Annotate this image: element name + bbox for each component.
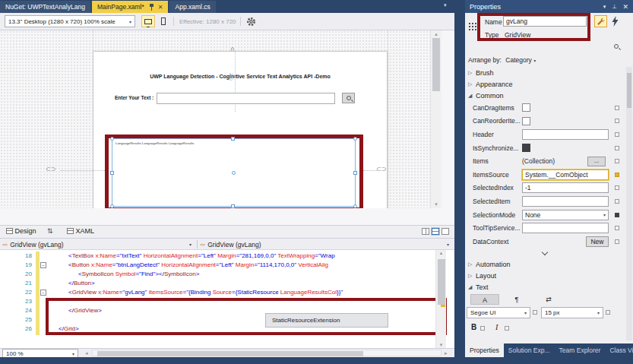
scrollbar-thumb[interactable] xyxy=(97,351,363,356)
collection-editor-button[interactable]: ... xyxy=(587,157,606,166)
doc-tab-nuget-uwptextanalylang[interactable]: NuGet: UWPTextAnalyLang xyxy=(0,1,90,13)
itemssource-input[interactable]: System.__ComObject xyxy=(522,169,609,180)
vertical-split-icon[interactable] xyxy=(422,228,429,235)
selectionmode-select[interactable]: None▾ xyxy=(522,210,609,220)
property-marker[interactable] xyxy=(615,159,619,163)
selectedindex-input[interactable]: -1 xyxy=(522,182,609,193)
phone-preview-button[interactable] xyxy=(158,15,169,27)
code-line-18[interactable]: 18<TextBox x:Name="txtText" HorizontalAl… xyxy=(0,252,433,261)
property-marker[interactable] xyxy=(615,199,619,204)
resize-handle[interactable] xyxy=(353,171,357,175)
code-line-19[interactable]: 19−<Button x:Name="btnLangDetect" Horizo… xyxy=(0,261,433,270)
resize-handle[interactable] xyxy=(353,137,357,141)
desktop-preview-button[interactable] xyxy=(141,15,155,27)
editor-vertical-scrollbar[interactable]: ▲ ▼ xyxy=(435,250,446,348)
font-family-dropdown[interactable]: Segoe UI ▾ xyxy=(467,307,530,318)
code-line-20[interactable]: 20<SymbolIcon Symbol="Find"></SymbolIcon… xyxy=(0,270,433,279)
tool-tab-class-view[interactable]: Class View xyxy=(605,343,633,357)
horizontal-split-icon[interactable] xyxy=(432,228,439,235)
property-marker[interactable] xyxy=(615,146,619,150)
pin-icon[interactable]: ⊥ xyxy=(612,4,616,10)
tool-tab-team-explorer[interactable]: Team Explorer xyxy=(555,343,606,357)
name-input[interactable]: gvLang xyxy=(503,16,587,27)
property-marker[interactable] xyxy=(615,132,619,137)
breadcrumb-right[interactable]: <> GridView (gvLang) ▾ xyxy=(200,239,452,249)
close-icon[interactable]: ✕ xyxy=(158,4,163,11)
tool-tab-properties[interactable]: Properties xyxy=(465,343,504,357)
italic-button[interactable]: I xyxy=(495,323,498,331)
breadcrumb-left[interactable]: <> GridView (gvLang) ▾ xyxy=(2,239,195,249)
tab-paragraph-formatting[interactable]: ¶ xyxy=(502,294,531,305)
app-title-textblock[interactable]: UWP Language Detection - Coginitive Serv… xyxy=(93,74,387,79)
property-marker[interactable] xyxy=(615,106,619,110)
scrollbar-thumb[interactable] xyxy=(627,73,631,108)
arrange-by-control[interactable]: Arrange by: Category ▾ xyxy=(468,56,536,64)
swap-panes-icon[interactable]: ⇅ xyxy=(47,227,53,235)
IsSynchronize...-checkbox[interactable] xyxy=(522,144,530,152)
properties-vertical-scrollbar[interactable] xyxy=(626,67,632,340)
category-layout[interactable]: ▷Layout xyxy=(465,271,625,282)
category-appearance[interactable]: ▷Appearance xyxy=(465,78,625,90)
scroll-down-icon[interactable]: ▼ xyxy=(436,343,446,347)
scroll-right-icon[interactable]: ▸ xyxy=(445,350,448,356)
xaml-code-editor[interactable]: 18<TextBox x:Name="txtText" HorizontalAl… xyxy=(0,250,454,348)
resize-handle[interactable] xyxy=(231,204,235,208)
margin-anchor-right-icon[interactable]: ⊂⊃ xyxy=(376,166,386,173)
tab-character-formatting[interactable]: A xyxy=(470,294,499,305)
window-position-icon[interactable]: ▾ xyxy=(603,4,606,10)
code-line-22[interactable]: 22−<GridView x:Name="gvLang" ItemsSource… xyxy=(0,288,433,297)
resize-handle[interactable] xyxy=(353,204,357,208)
property-marker[interactable] xyxy=(615,213,619,217)
scroll-left-icon[interactable]: ◂ xyxy=(85,350,88,356)
tab-text-spacing[interactable]: ⇄ xyxy=(534,294,563,305)
doc-tab-mainpage-xaml-[interactable]: MainPage.xaml*✕ xyxy=(92,1,169,13)
resize-handle[interactable] xyxy=(231,137,235,141)
fold-collapse-icon[interactable]: − xyxy=(40,290,46,296)
resize-handle[interactable] xyxy=(110,137,114,141)
designer-settings-gear-icon[interactable] xyxy=(246,17,256,27)
tab-xaml[interactable]: XAML xyxy=(67,227,94,235)
property-marker[interactable] xyxy=(615,173,619,177)
margin-anchor-left-icon[interactable]: ⊂⊃ xyxy=(46,166,55,173)
selecteditem-input[interactable] xyxy=(522,196,609,207)
device-preview-dropdown[interactable]: 13.3" Desktop (1280 x 720) 100% scale ▾ xyxy=(5,15,135,27)
property-marker[interactable] xyxy=(615,239,619,244)
resize-handle[interactable] xyxy=(110,171,114,175)
expand-pane-icon[interactable] xyxy=(442,228,449,235)
editor-horizontal-scrollbar[interactable] xyxy=(92,350,442,356)
close-icon[interactable]: ✕ xyxy=(622,3,628,11)
property-marker[interactable] xyxy=(615,119,619,123)
property-marker[interactable] xyxy=(533,310,537,315)
gvLang-gridview-selected[interactable]: LanguageResults LanguageResults Language… xyxy=(112,138,356,207)
properties-title-bar[interactable]: Properties ▾ ⊥ ✕ xyxy=(465,0,633,13)
scroll-down-icon[interactable]: ▼ xyxy=(431,202,442,207)
scrollbar-thumb[interactable] xyxy=(432,38,440,91)
design-surface[interactable]: UWP Language Detection - Coginitive Serv… xyxy=(0,30,442,208)
code-line-21[interactable]: 21</Button> xyxy=(0,279,433,288)
document-well-dropdown-icon[interactable]: ▾ xyxy=(444,2,447,8)
doc-tab-app-xaml-cs[interactable]: App.xaml.cs xyxy=(169,1,215,13)
tab-design[interactable]: Design xyxy=(6,227,36,235)
pin-icon[interactable] xyxy=(149,4,154,11)
properties-mode-button[interactable] xyxy=(594,15,607,27)
center-anchor-handle[interactable] xyxy=(232,171,236,175)
property-marker[interactable] xyxy=(480,326,485,331)
property-marker[interactable] xyxy=(615,226,619,230)
splitter-grip-icon[interactable]: ▲ xyxy=(436,251,446,255)
scrollbar-thumb[interactable] xyxy=(438,259,445,305)
show-more-expander[interactable] xyxy=(465,248,625,259)
designer-vertical-scrollbar[interactable]: ▲ ▼ xyxy=(430,30,442,208)
search-properties-icon[interactable] xyxy=(614,44,619,49)
scroll-up-icon[interactable]: ▲ xyxy=(431,32,442,36)
header-input[interactable] xyxy=(522,129,609,140)
font-size-dropdown[interactable]: 15 px ▾ xyxy=(541,307,603,318)
margin-anchor-top-icon[interactable]: ∩ xyxy=(230,46,235,52)
category-automation[interactable]: ▷Automation xyxy=(465,259,625,271)
btnLangDetect-button[interactable] xyxy=(342,93,355,103)
resize-handle[interactable] xyxy=(110,204,114,208)
bold-button[interactable]: B xyxy=(471,323,476,331)
category-common[interactable]: ◢Common xyxy=(465,90,625,101)
txtText-textbox[interactable] xyxy=(157,93,335,104)
CanDragItems-checkbox[interactable] xyxy=(522,103,530,112)
datacontext-new-button[interactable]: New xyxy=(586,236,609,247)
